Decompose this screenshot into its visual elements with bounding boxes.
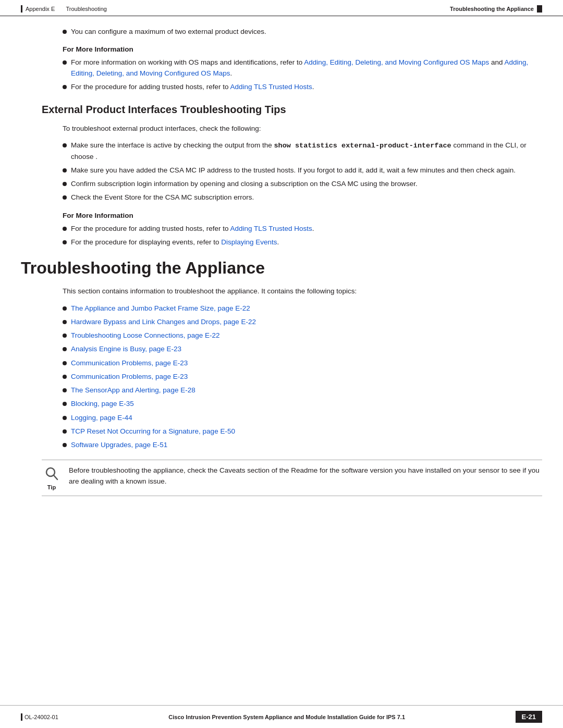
bullet-dot xyxy=(63,60,67,65)
for-more-bullet-2: For the procedure for adding trusted hos… xyxy=(63,82,542,92)
for-more-bullet-1: For more information on working with OS … xyxy=(63,57,542,79)
bullet-dot xyxy=(63,320,67,324)
external-bullet-3: Confirm subscription login information b… xyxy=(63,179,542,189)
topic-7: The SensorApp and Alerting, page E-28 xyxy=(63,385,542,396)
bullet-dot xyxy=(63,375,67,379)
tip-icon-container: Tip xyxy=(42,465,62,490)
footer-center: Cisco Intrusion Prevention System Applia… xyxy=(58,714,516,720)
topic-10: TCP Reset Not Occurring for a Signature,… xyxy=(63,426,542,437)
bullet-dot xyxy=(63,168,67,172)
topic-link-6[interactable]: Communication Problems, page E-23 xyxy=(71,372,188,382)
topic-link-3[interactable]: Troubleshooting Loose Connections, page … xyxy=(71,330,219,341)
topic-link-1[interactable]: The Appliance and Jumbo Packet Frame Siz… xyxy=(71,303,250,314)
footer-doc-number: OL-24002-01 xyxy=(25,714,58,720)
header-right-label: Troubleshooting the Appliance xyxy=(450,6,534,12)
topic-link-7[interactable]: The SensorApp and Alerting, page E-28 xyxy=(71,385,195,396)
header-appendix: Appendix E xyxy=(26,6,55,12)
main-content: You can configure a maximum of two exter… xyxy=(0,16,563,705)
tls-trusted-hosts-link-1[interactable]: Adding TLS Trusted Hosts xyxy=(230,83,312,91)
for-more-bullets-top: For more information on working with OS … xyxy=(63,57,542,92)
footer-center-text: Cisco Intrusion Prevention System Applia… xyxy=(168,714,405,720)
topics-list: The Appliance and Jumbo Packet Frame Siz… xyxy=(63,303,542,451)
bullet-dot xyxy=(63,334,67,338)
appliance-intro: This section contains information to tro… xyxy=(63,286,542,297)
external-section-intro: To troubleshoot external product interfa… xyxy=(63,124,542,134)
for-more-bullet-1-text: For more information on working with OS … xyxy=(71,57,542,79)
for-more-label-top: For More Information xyxy=(63,45,542,53)
footer-left: OL-24002-01 xyxy=(21,713,58,721)
topic-1: The Appliance and Jumbo Packet Frame Siz… xyxy=(63,303,542,314)
footer-left-bar xyxy=(21,713,22,721)
footer-page-number: E-21 xyxy=(516,711,542,723)
external-bullet-4: Check the Event Store for the CSA MC sub… xyxy=(63,192,542,203)
bullet-dot xyxy=(63,182,67,186)
topic-11: Software Upgrades, page E-51 xyxy=(63,440,542,450)
topic-9: Logging, page E-44 xyxy=(63,413,542,423)
tip-text: Before troubleshooting the appliance, ch… xyxy=(69,465,542,487)
header-left: Appendix E Troubleshooting xyxy=(21,5,107,13)
bullet-dot xyxy=(63,429,67,434)
for-more-info-top: For More Information For more informatio… xyxy=(63,45,542,92)
topic-4: Analysis Engine is Busy, page E-23 xyxy=(63,344,542,354)
show-statistics-text: show statistics external-product-interfa… xyxy=(274,142,451,150)
topic-5: Communication Problems, page E-23 xyxy=(63,358,542,368)
tip-box: Tip Before troubleshooting the appliance… xyxy=(42,460,542,496)
search-icon xyxy=(45,466,58,481)
bullet-dot xyxy=(63,443,67,447)
ext-for-more-bullet-1-text: For the procedure for adding trusted hos… xyxy=(71,224,314,234)
top-bullet-1-text: You can configure a maximum of two exter… xyxy=(71,27,266,37)
external-section-title: External Product Interfaces Troubleshoot… xyxy=(42,103,542,116)
tls-trusted-hosts-link-2[interactable]: Adding TLS Trusted Hosts xyxy=(230,225,312,232)
header-right: Troubleshooting the Appliance xyxy=(450,5,542,13)
svg-line-1 xyxy=(54,475,57,479)
topic-6: Communication Problems, page E-23 xyxy=(63,372,542,382)
external-bullet-4-text: Check the Event Store for the CSA MC sub… xyxy=(71,192,254,203)
external-bullet-2: Make sure you have added the CSA MC IP a… xyxy=(63,165,542,176)
tip-label: Tip xyxy=(47,484,56,490)
external-bullet-2-text: Make sure you have added the CSA MC IP a… xyxy=(71,165,516,176)
appliance-major-heading: Troubleshooting the Appliance xyxy=(21,258,542,278)
for-more-bullet-2-text: For the procedure for adding trusted hos… xyxy=(71,82,314,92)
bullet-dot xyxy=(63,195,67,200)
topic-8: Blocking, page E-35 xyxy=(63,399,542,409)
bullet-dot xyxy=(63,85,67,89)
topic-link-2[interactable]: Hardware Bypass and Link Changes and Dro… xyxy=(71,317,256,327)
header-troubleshooting: Troubleshooting xyxy=(66,6,106,12)
os-maps-link-1[interactable]: Adding, Editing, Deleting, and Moving Co… xyxy=(304,58,489,66)
ext-for-more-bullet-2: For the procedure for displaying events,… xyxy=(63,237,542,248)
external-bullet-1: Make sure the interface is active by che… xyxy=(63,140,542,162)
bullet-dot xyxy=(63,306,67,311)
for-more-label-external: For More Information xyxy=(63,212,542,219)
page-container: Appendix E Troubleshooting Troubleshooti… xyxy=(0,0,563,728)
for-more-bullets-external: For the procedure for adding trusted hos… xyxy=(63,224,542,248)
top-bullet-1: You can configure a maximum of two exter… xyxy=(63,27,542,37)
external-bullet-1-text: Make sure the interface is active by che… xyxy=(71,140,542,162)
bullet-dot xyxy=(63,347,67,351)
topic-link-11[interactable]: Software Upgrades, page E-51 xyxy=(71,440,167,450)
topic-link-5[interactable]: Communication Problems, page E-23 xyxy=(71,358,188,368)
page-header: Appendix E Troubleshooting Troubleshooti… xyxy=(0,0,563,16)
bullet-dot xyxy=(63,388,67,392)
bullet-dot xyxy=(63,240,67,244)
ext-for-more-bullet-2-text: For the procedure for displaying events,… xyxy=(71,237,279,248)
top-bullets: You can configure a maximum of two exter… xyxy=(63,27,542,37)
bullet-dot xyxy=(63,30,67,34)
topic-link-4[interactable]: Analysis Engine is Busy, page E-23 xyxy=(71,344,181,354)
bullet-dot xyxy=(63,227,67,231)
topic-link-10[interactable]: TCP Reset Not Occurring for a Signature,… xyxy=(71,426,235,437)
magnifier-icon xyxy=(45,466,58,483)
header-right-bar xyxy=(537,5,542,13)
page-footer: OL-24002-01 Cisco Intrusion Prevention S… xyxy=(0,705,563,728)
displaying-events-link[interactable]: Displaying Events xyxy=(221,238,277,246)
topic-link-9[interactable]: Logging, page E-44 xyxy=(71,413,132,423)
bullet-dot xyxy=(63,402,67,406)
topic-3: Troubleshooting Loose Connections, page … xyxy=(63,330,542,341)
bullet-dot xyxy=(63,416,67,420)
bullet-dot xyxy=(63,361,67,365)
for-more-info-external: For More Information For the procedure f… xyxy=(63,212,542,248)
topic-2: Hardware Bypass and Link Changes and Dro… xyxy=(63,317,542,327)
external-bullet-3-text: Confirm subscription login information b… xyxy=(71,179,418,189)
ext-for-more-bullet-1: For the procedure for adding trusted hos… xyxy=(63,224,542,234)
external-bullets: Make sure the interface is active by che… xyxy=(63,140,542,203)
topic-link-8[interactable]: Blocking, page E-35 xyxy=(71,399,134,409)
